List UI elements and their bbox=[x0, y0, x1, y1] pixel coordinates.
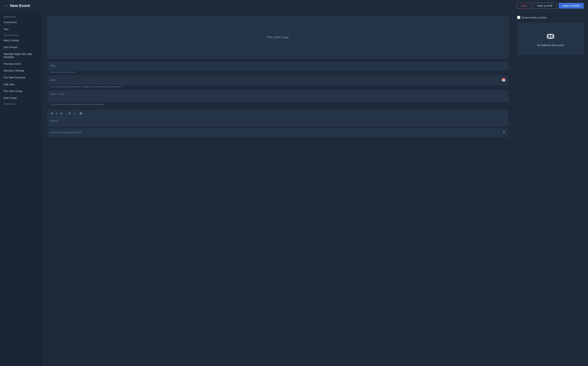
sidebar-item-label: Life Groups bbox=[4, 46, 39, 49]
form-panel: Pick event image This is the title for t… bbox=[43, 11, 513, 366]
date-text-input[interactable] bbox=[47, 90, 508, 102]
details-editor: B I U ☰ ≡ 🔗 Details bbox=[47, 110, 508, 126]
connects-select[interactable]: Connects Associated With bbox=[47, 128, 508, 137]
sidebar-item[interactable]: Test⋮ bbox=[0, 26, 43, 33]
title-field: This is the title for the event bbox=[47, 62, 508, 75]
date-hint: This is the start date for the event. Th… bbox=[47, 84, 508, 90]
sidebar-section-label: Current Events bbox=[0, 33, 43, 37]
header-left: ← New Event bbox=[4, 3, 30, 8]
page-title: New Event bbox=[10, 3, 30, 8]
sidebar-section-label: Draft Events bbox=[0, 14, 43, 19]
sidebar-item[interactable]: Cool Event⋮ bbox=[0, 19, 43, 26]
sidebar-item-label: Pre-Teen Camp bbox=[4, 90, 39, 92]
calendar-icon[interactable]: 📅 bbox=[502, 78, 505, 82]
clear-button[interactable]: Clear bbox=[517, 3, 531, 9]
sidebar-item[interactable]: Worship Night with Jake Hamilton bbox=[0, 51, 43, 61]
sidebar-item-label: Test bbox=[4, 28, 36, 31]
ticket-checkbox-row: Event needs a ticket bbox=[517, 16, 584, 19]
sidebar-item[interactable]: Men's Group bbox=[0, 37, 43, 44]
main-layout: Draft EventsCool Event⋮Test⋮Current Even… bbox=[0, 11, 588, 366]
sidebar: Draft EventsCool Event⋮Test⋮Current Even… bbox=[0, 11, 43, 366]
sidebar-item[interactable]: Kidz Camp bbox=[0, 95, 43, 101]
unordered-list-button[interactable]: ≡ bbox=[73, 111, 77, 115]
ticket-icon: 🎟 bbox=[546, 31, 555, 41]
connects-wrapper: Connects Associated With ▼ bbox=[47, 128, 508, 137]
top-header: ← New Event Clear Save as Draft Save & P… bbox=[0, 0, 588, 11]
sidebar-item-label: Kidz Jam bbox=[4, 83, 39, 86]
sidebar-item-label: Pre-Now 2019 bbox=[4, 62, 39, 65]
sidebar-item[interactable]: Pre-Teen Extreme bbox=[0, 74, 43, 81]
ticket-checkbox[interactable] bbox=[517, 16, 520, 19]
details-placeholder: Details bbox=[50, 119, 59, 122]
title-input[interactable] bbox=[47, 62, 508, 70]
date-text-field: This is date text that will be displayed… bbox=[47, 90, 508, 108]
ticket-checkbox-label: Event needs a ticket bbox=[522, 16, 546, 19]
content-area: Pick event image This is the title for t… bbox=[43, 11, 588, 366]
sidebar-item-menu-icon[interactable]: ⋮ bbox=[36, 27, 39, 31]
date-text-hint: This is date text that will be displayed… bbox=[47, 102, 508, 108]
date-input[interactable] bbox=[50, 78, 502, 81]
ordered-list-button[interactable]: ☰ bbox=[67, 111, 72, 115]
sidebar-item[interactable]: Women's Retreat bbox=[0, 67, 43, 74]
sidebar-item-label: Pre-Teen Extreme bbox=[4, 76, 39, 79]
back-icon[interactable]: ← bbox=[4, 4, 8, 8]
no-ticket-text: No ticket for this event bbox=[537, 44, 564, 47]
sidebar-section-label: Past Events bbox=[0, 101, 43, 106]
italic-button[interactable]: I bbox=[55, 111, 59, 115]
sidebar-item-label: Kidz Camp bbox=[4, 96, 39, 99]
title-hint: This is the title for the event bbox=[47, 70, 508, 75]
link-button[interactable]: 🔗 bbox=[78, 111, 84, 115]
no-ticket-box: 🎟 No ticket for this event bbox=[517, 23, 584, 55]
save-draft-button[interactable]: Save as Draft bbox=[533, 3, 557, 9]
sidebar-item[interactable]: Kidz Jam bbox=[0, 81, 43, 88]
header-actions: Clear Save as Draft Save & Publish bbox=[517, 3, 584, 9]
sidebar-item-label: Men's Group bbox=[4, 39, 39, 42]
sidebar-item-menu-icon[interactable]: ⋮ bbox=[36, 20, 39, 24]
rich-toolbar: B I U ☰ ≡ 🔗 bbox=[47, 110, 508, 117]
sidebar-item[interactable]: Life Groups bbox=[0, 44, 43, 51]
sidebar-item[interactable]: Pre-Now 2019 bbox=[0, 61, 43, 67]
sidebar-item[interactable]: Pre-Teen Camp bbox=[0, 88, 43, 95]
details-area[interactable]: Details bbox=[47, 117, 508, 126]
date-field: 📅 This is the start date for the event. … bbox=[47, 75, 508, 90]
sidebar-item-label: Women's Retreat bbox=[4, 69, 39, 72]
image-picker-text: Pick event image bbox=[267, 36, 289, 39]
image-picker[interactable]: Pick event image bbox=[47, 16, 508, 59]
sidebar-item-label: Cool Event bbox=[4, 21, 36, 24]
sidebar-item-label: Worship Night with Jake Hamilton bbox=[4, 52, 39, 59]
underline-button[interactable]: U bbox=[59, 111, 64, 115]
publish-button[interactable]: Save & Publish bbox=[559, 3, 584, 9]
right-panel: Event needs a ticket 🎟 No ticket for thi… bbox=[513, 11, 588, 366]
toolbar-separator bbox=[65, 112, 66, 115]
date-field-wrapper: 📅 bbox=[47, 75, 508, 84]
bold-button[interactable]: B bbox=[50, 111, 54, 115]
